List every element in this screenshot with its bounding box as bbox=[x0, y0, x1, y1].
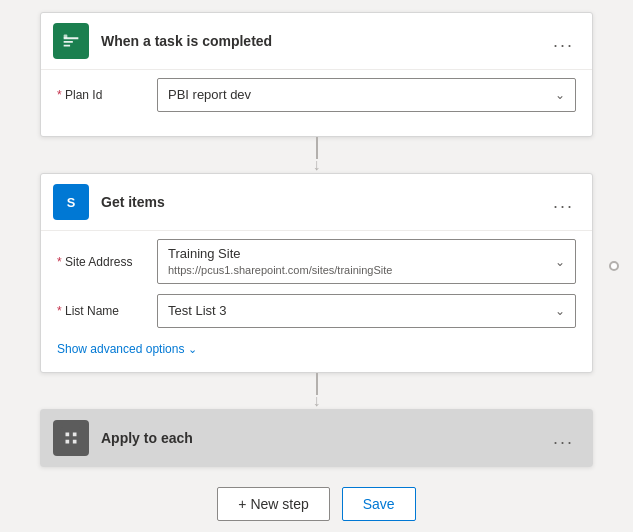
listname-label: * List Name bbox=[57, 304, 157, 318]
card-trigger: When a task is completed ... * Plan Id P… bbox=[40, 12, 593, 137]
card-get-items-header[interactable]: S Get items ... bbox=[41, 174, 592, 230]
site-select[interactable]: Training Site https://pcus1.sharepoint.c… bbox=[157, 239, 576, 284]
card-trigger-header[interactable]: When a task is completed ... bbox=[41, 13, 592, 69]
advanced-label: Show advanced options bbox=[57, 342, 184, 356]
advanced-options-toggle[interactable]: Show advanced options ⌄ bbox=[57, 338, 576, 358]
save-button[interactable]: Save bbox=[342, 487, 416, 521]
get-items-body: * Site Address Training Site https://pcu… bbox=[41, 230, 592, 372]
field-row-site: * Site Address Training Site https://pcu… bbox=[57, 239, 576, 284]
right-edge-connector bbox=[609, 261, 619, 271]
planid-value: PBI report dev bbox=[168, 87, 547, 104]
site-chevron: ⌄ bbox=[555, 255, 565, 269]
site-value: Training Site https://pcus1.sharepoint.c… bbox=[168, 246, 547, 277]
planid-chevron: ⌄ bbox=[555, 88, 565, 102]
listname-select[interactable]: Test List 3 ⌄ bbox=[157, 294, 576, 328]
trigger-title: When a task is completed bbox=[101, 33, 547, 49]
connector-1: ↓ bbox=[313, 137, 321, 173]
get-items-menu[interactable]: ... bbox=[547, 188, 580, 217]
new-step-button[interactable]: + New step bbox=[217, 487, 329, 521]
card-get-items: S Get items ... * Site Address Training … bbox=[40, 173, 593, 373]
field-row-planid: * Plan Id PBI report dev ⌄ bbox=[57, 78, 576, 112]
field-row-listname: * List Name Test List 3 ⌄ bbox=[57, 294, 576, 328]
apply-icon bbox=[53, 420, 89, 456]
bottom-buttons: + New step Save bbox=[217, 487, 415, 521]
connector-2: ↓ bbox=[313, 373, 321, 409]
trigger-menu[interactable]: ... bbox=[547, 27, 580, 56]
card-apply-each: Apply to each ... bbox=[40, 409, 593, 467]
flow-canvas: When a task is completed ... * Plan Id P… bbox=[0, 0, 633, 532]
trigger-body: * Plan Id PBI report dev ⌄ bbox=[41, 69, 592, 136]
svg-rect-1 bbox=[64, 35, 68, 39]
sharepoint-icon: S bbox=[53, 184, 89, 220]
get-items-title: Get items bbox=[101, 194, 547, 210]
apply-each-title: Apply to each bbox=[101, 430, 547, 446]
listname-value: Test List 3 bbox=[168, 303, 547, 320]
connector-arrow-2: ↓ bbox=[313, 393, 321, 409]
site-label: * Site Address bbox=[57, 255, 157, 269]
planid-select[interactable]: PBI report dev ⌄ bbox=[157, 78, 576, 112]
advanced-chevron: ⌄ bbox=[188, 343, 197, 356]
apply-each-menu[interactable]: ... bbox=[547, 424, 580, 453]
site-sub-value: https://pcus1.sharepoint.com/sites/train… bbox=[168, 263, 547, 277]
planner-icon bbox=[53, 23, 89, 59]
planid-label: * Plan Id bbox=[57, 88, 157, 102]
connector-arrow-1: ↓ bbox=[313, 157, 321, 173]
card-apply-each-header[interactable]: Apply to each ... bbox=[41, 410, 592, 466]
svg-text:S: S bbox=[67, 195, 76, 210]
listname-chevron: ⌄ bbox=[555, 304, 565, 318]
svg-rect-4 bbox=[60, 427, 82, 449]
